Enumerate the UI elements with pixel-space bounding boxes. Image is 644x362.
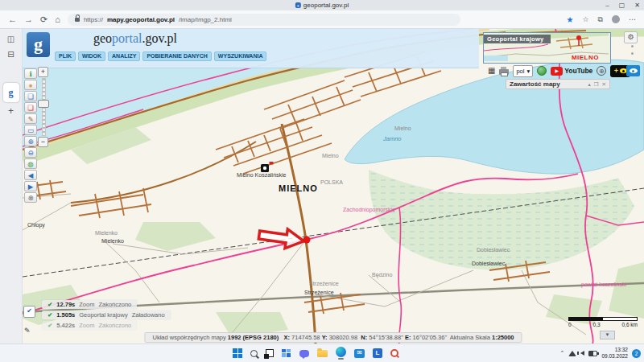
lock-icon bbox=[75, 18, 80, 22]
map-canvas[interactable]: MielnoMielnoJamnoJamnoMIELNOMielno Kosza… bbox=[23, 29, 644, 344]
identify-tool[interactable]: ● bbox=[24, 80, 37, 90]
back-button[interactable]: ← bbox=[8, 15, 17, 24]
zoom-slider[interactable]: + − bbox=[38, 67, 49, 147]
widgets-button[interactable] bbox=[282, 349, 291, 358]
zoom-slider-handle[interactable] bbox=[38, 100, 49, 108]
address-bar[interactable]: https://mapy.geoportal.gov.pl/imap/Imgp_… bbox=[68, 14, 460, 26]
menu-widok[interactable]: WIDOK bbox=[78, 51, 105, 61]
next-view-tool[interactable]: ▶ bbox=[24, 181, 37, 191]
loupe-app-button[interactable] bbox=[390, 349, 398, 357]
notification-badge[interactable]: 2 bbox=[632, 349, 641, 358]
new-tab-button[interactable]: + bbox=[8, 105, 14, 117]
menu-wyszukiwania[interactable]: WYSZUKIWANIA bbox=[214, 51, 267, 61]
qr-code-icon[interactable]: ▦ bbox=[488, 67, 495, 75]
sketch-tool-icon[interactable]: ✎ bbox=[24, 327, 31, 335]
zoom-out-tool[interactable]: ⊖ bbox=[24, 147, 37, 158]
edge-active-indicator bbox=[338, 358, 344, 360]
maximize-button[interactable]: ▢ bbox=[619, 2, 625, 9]
collections-icon[interactable]: ⧉ bbox=[598, 15, 603, 24]
chat-button[interactable] bbox=[299, 350, 309, 357]
browser-titlebar: g geoportal.gov.pl – ▢ ✕ bbox=[0, 0, 644, 10]
panel-close-icon[interactable]: ✕ bbox=[602, 81, 606, 88]
coordinates-bar: Układ współrzędnych mapy 1992 (EPSG 2180… bbox=[144, 332, 522, 343]
active-tab-favicon: g bbox=[9, 87, 14, 99]
battery-icon[interactable] bbox=[588, 351, 597, 356]
profile-avatar[interactable] bbox=[612, 15, 620, 23]
forward-button[interactable]: → bbox=[24, 15, 33, 24]
edge-button[interactable] bbox=[336, 347, 346, 360]
bottom-panel-collapse[interactable]: ▼ bbox=[600, 331, 615, 339]
measure-tool[interactable]: ▭ bbox=[24, 125, 37, 135]
eye-icon bbox=[630, 68, 638, 73]
settings-gear-icon[interactable]: ⚙ bbox=[624, 31, 638, 43]
tab-pane-icon[interactable]: ⊟ bbox=[7, 50, 14, 59]
zoom-out-button[interactable]: − bbox=[38, 137, 48, 147]
file-explorer-button[interactable] bbox=[317, 350, 328, 357]
more-menu-icon[interactable]: ⋯ bbox=[629, 15, 636, 23]
favorite-star-icon[interactable]: ★ bbox=[567, 15, 574, 24]
close-button[interactable]: ✕ bbox=[634, 2, 640, 9]
map-control-row: ▦ pol▾ ▶ YouTube ⊕ + bbox=[488, 64, 630, 77]
minimize-button[interactable]: – bbox=[605, 2, 609, 9]
status-message: ✔1.505sGeoportal krajowyZaładowano bbox=[42, 311, 171, 319]
menu-analizy[interactable]: ANALIZY bbox=[108, 51, 140, 61]
overview-title: Geoportal krajowy bbox=[484, 35, 551, 43]
full-extent-tool[interactable]: ◍ bbox=[24, 158, 37, 169]
messages-toggle[interactable]: ✔ bbox=[23, 306, 35, 318]
check-icon: ✔ bbox=[47, 311, 52, 319]
red-arrow-annotation bbox=[258, 225, 305, 251]
youtube-button[interactable]: ▶ YouTube bbox=[551, 67, 592, 76]
language-select[interactable]: pol▾ bbox=[513, 65, 533, 77]
url-prefix: https:// bbox=[84, 16, 103, 23]
geoportal-title: geoportal.gov.pl bbox=[93, 31, 177, 46]
geoportal-header: g geoportal.gov.pl PLIKWIDOKANALIZYPOBIE… bbox=[23, 29, 479, 68]
panel-expand-icon[interactable]: ▴ bbox=[588, 81, 590, 88]
vertical-tabs-toggle-icon[interactable]: ◫ bbox=[7, 35, 14, 43]
browser-toolbar: ← → ⟳ ⌂ https://mapy.geoportal.gov.pl/im… bbox=[0, 10, 644, 29]
check-icon: ✔ bbox=[47, 301, 52, 308]
visibility-toggle-button[interactable] bbox=[626, 65, 640, 76]
pointer-tool[interactable]: ⊗ bbox=[24, 192, 37, 203]
select-box-tool[interactable]: ❏ bbox=[24, 91, 37, 101]
start-button[interactable] bbox=[233, 348, 242, 358]
status-orb-icon[interactable] bbox=[537, 66, 547, 76]
map-content-panel[interactable]: Zawartość mapy ▴ ❐ ✕ bbox=[506, 79, 610, 89]
status-message: ✔5.422sZoomZakończono bbox=[42, 321, 137, 330]
task-view-button[interactable] bbox=[266, 349, 274, 357]
url-domain: mapy.geoportal.gov.pl bbox=[107, 16, 175, 23]
browser-tab[interactable]: g geoportal.gov.pl bbox=[295, 0, 349, 10]
zoom-in-tool[interactable]: ⊕ bbox=[24, 136, 37, 146]
home-button[interactable]: ⌂ bbox=[55, 15, 60, 24]
menu-pobieranie-danych[interactable]: POBIERANIE DANYCH bbox=[142, 51, 211, 61]
tab-title-text: geoportal.gov.pl bbox=[303, 2, 349, 9]
l-app-button[interactable]: L bbox=[373, 348, 382, 358]
overview-map[interactable]: Geoportal krajowy MIELNO bbox=[483, 32, 611, 64]
vertical-tab-strip: ◫ ⊟ g + bbox=[0, 29, 23, 344]
refresh-button[interactable]: ⟳ bbox=[40, 15, 47, 24]
map-toolbar: ℹ●❏❏✎▭⊕⊖◍◀▶⊗ bbox=[24, 68, 37, 203]
search-button[interactable] bbox=[250, 350, 258, 357]
favorites-icon[interactable]: ☆ bbox=[582, 15, 588, 23]
clear-selection-tool[interactable]: ❏ bbox=[24, 102, 37, 113]
geoportal-logo[interactable]: g bbox=[27, 32, 50, 57]
panel-window-icon[interactable]: ❐ bbox=[594, 81, 599, 88]
status-message: ✔12.79sZoomZakończono bbox=[42, 300, 137, 309]
wifi-icon[interactable] bbox=[568, 351, 576, 356]
zoom-in-button[interactable]: + bbox=[38, 67, 48, 77]
volume-icon[interactable] bbox=[580, 351, 584, 356]
accessibility-globe-icon[interactable]: ⊕ bbox=[597, 66, 606, 76]
scale-bar-segments bbox=[568, 317, 638, 321]
red-dot-marker bbox=[303, 237, 311, 244]
mail-button[interactable]: ✉ bbox=[354, 349, 365, 358]
menu-plik[interactable]: PLIK bbox=[55, 51, 76, 61]
print-icon[interactable] bbox=[499, 69, 509, 75]
active-tab-card[interactable]: g bbox=[3, 83, 19, 102]
zoom-slider-track[interactable] bbox=[42, 78, 46, 136]
previous-view-tool[interactable]: ◀ bbox=[24, 170, 37, 180]
windows-taskbar: ✉ L ⌃ 13:3209.03.2022 2 bbox=[0, 343, 644, 362]
tray-expand-icon[interactable]: ⌃ bbox=[560, 350, 565, 356]
clock[interactable]: 13:3209.03.2022 bbox=[601, 347, 628, 360]
info-tool[interactable]: ℹ bbox=[24, 68, 37, 79]
draw-tool[interactable]: ✎ bbox=[24, 113, 37, 124]
site-favicon: g bbox=[295, 2, 301, 8]
